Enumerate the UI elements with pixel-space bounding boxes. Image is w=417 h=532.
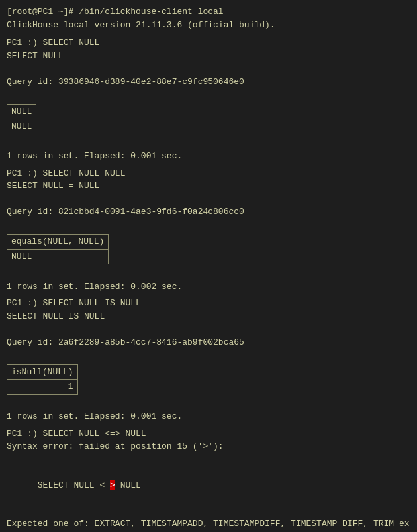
- prompt-block4: PC1 :) SELECT NULL <=> NULL: [7, 427, 410, 441]
- blank2-block1: [7, 88, 410, 101]
- result-box-block1: NULL NULL: [7, 104, 36, 134]
- prompt-line-init: [root@PC1 ~]# /bin/clickhouse-client loc…: [7, 5, 410, 19]
- error-char: >: [110, 480, 115, 490]
- result-box-block3: isNull(NULL) 1: [7, 364, 78, 395]
- prompt-block3: PC1 :) SELECT NULL IS NULL: [7, 297, 410, 310]
- blank-block4: [7, 453, 410, 466]
- prompt-block1: PC1 :) SELECT NULL: [7, 36, 410, 50]
- box-header-block3: isNull(NULL): [7, 365, 77, 380]
- rows-block1: 1 rows in set. Elapsed: 0.001 sec.: [7, 150, 410, 163]
- blank-block1: [7, 62, 410, 76]
- prompt-block2: PC1 :) SELECT NULL=NULL: [7, 167, 410, 180]
- select-error-block4: SELECT NULL <=> NULL: [7, 466, 410, 505]
- rows-block3: 1 rows in set. Elapsed: 0.001 sec.: [7, 410, 410, 423]
- box-header-block2: equals(NULL, NULL): [7, 235, 108, 250]
- query-id-block2: Query id: 821cbbd4-0091-4ae3-9fd6-f0a24c…: [7, 205, 410, 219]
- blank-block2: [7, 193, 410, 206]
- query-id-block1: Query id: 39386946-d389-40e2-88e7-c9fc95…: [7, 76, 410, 89]
- select-before-error: SELECT NULL <=: [38, 480, 110, 490]
- select-after-error: NULL: [115, 480, 141, 490]
- query-id-block3: Query id: 2a6f2289-a85b-4cc7-8416-ab9f00…: [7, 336, 410, 349]
- version-line: ClickHouse local version 21.11.3.6 (offi…: [7, 19, 410, 32]
- error-text-block4: Expected one of: EXTRACT, TIMESTAMPADD, …: [7, 517, 410, 532]
- blank3-block1: [7, 137, 410, 150]
- select-stmt-block3: SELECT NULL IS NULL: [7, 310, 410, 323]
- blank3-block3: [7, 398, 410, 411]
- box-value-block1: NULL: [7, 119, 36, 134]
- result-box-block2: equals(NULL, NULL) NULL: [7, 234, 109, 264]
- blank-block3: [7, 323, 410, 336]
- select-stmt-block1: SELECT NULL: [7, 50, 410, 63]
- error-line-block4: Syntax error: failed at position 15 ('>'…: [7, 440, 410, 453]
- blank3-block2: [7, 267, 410, 280]
- blank2-block3: [7, 348, 410, 362]
- box-value-block2: NULL: [7, 250, 108, 264]
- blank2-block4: [7, 505, 410, 518]
- box-value-block3: 1: [7, 380, 77, 394]
- terminal-output: [root@PC1 ~]# /bin/clickhouse-client loc…: [7, 5, 410, 532]
- rows-block2: 1 rows in set. Elapsed: 0.002 sec.: [7, 280, 410, 293]
- blank2-block2: [7, 219, 410, 232]
- select-stmt-block2: SELECT NULL = NULL: [7, 180, 410, 193]
- box-header-block1: NULL: [7, 105, 36, 120]
